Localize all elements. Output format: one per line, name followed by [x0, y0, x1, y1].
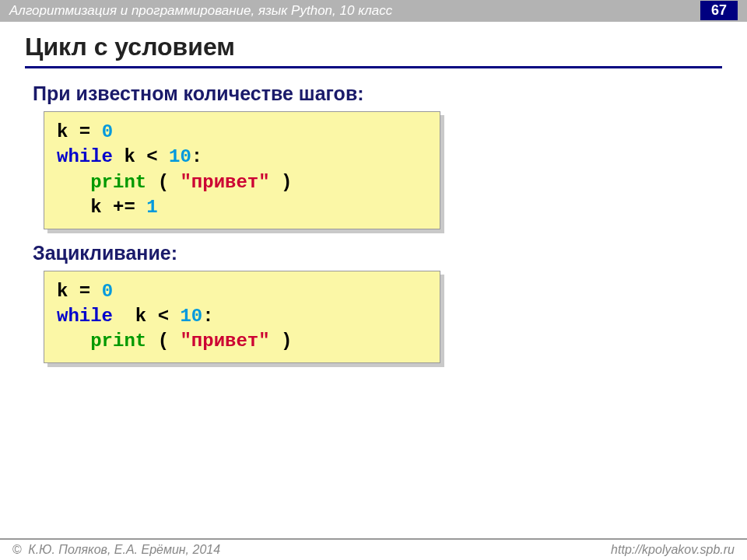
code-token: "привет": [180, 172, 269, 193]
footer-url: http://kpolyakov.spb.ru: [611, 543, 735, 557]
code-token: =: [68, 121, 101, 142]
footer: © К.Ю. Поляков, Е.А. Ерёмин, 2014 http:/…: [0, 538, 747, 560]
section2-heading: Зацикливание:: [33, 242, 714, 264]
code-token: :: [202, 306, 213, 327]
footer-authors: К.Ю. Поляков, Е.А. Ерёмин, 2014: [25, 543, 220, 556]
code-token: <: [135, 146, 169, 167]
code-token: ): [270, 331, 293, 352]
section1-heading: При известном количестве шагов:: [33, 82, 714, 105]
course-label: Алгоритмизация и программирование, язык …: [9, 3, 392, 19]
title-area: Цикл с условием: [0, 22, 747, 63]
copyright-icon: ©: [12, 543, 22, 557]
code-token: k: [57, 281, 68, 302]
code-token: k: [113, 146, 135, 167]
code-token: 0: [102, 281, 113, 302]
code-token: print: [90, 331, 146, 352]
code-token: (: [146, 172, 180, 193]
code-token: :: [191, 146, 202, 167]
code-token: k: [113, 306, 146, 327]
code-token: 10: [169, 146, 191, 167]
code-token: 1: [146, 197, 157, 218]
content-area: При известном количестве шагов: k = 0 wh…: [0, 68, 747, 363]
code-token: print: [90, 172, 146, 193]
footer-left: © К.Ю. Поляков, Е.А. Ерёмин, 2014: [12, 543, 220, 557]
top-bar: Алгоритмизация и программирование, язык …: [0, 0, 747, 22]
code-token: (: [146, 331, 180, 352]
code-token: k +=: [57, 197, 146, 218]
code-token: 10: [180, 306, 202, 327]
code-token: <: [146, 306, 180, 327]
page-number: 67: [700, 1, 738, 20]
code-token: while: [57, 306, 113, 327]
code-token: "привет": [180, 331, 269, 352]
code-token: while: [57, 146, 113, 167]
code-token: 0: [102, 121, 113, 142]
page-title: Цикл с условием: [25, 33, 722, 61]
code-block-1: k = 0 while k < 10: print ( "привет" ) k…: [44, 111, 440, 229]
code-token: ): [270, 172, 293, 193]
code-token: =: [68, 281, 101, 302]
code-block-2: k = 0 while k < 10: print ( "привет" ): [44, 271, 440, 363]
code-token: k: [57, 121, 68, 142]
